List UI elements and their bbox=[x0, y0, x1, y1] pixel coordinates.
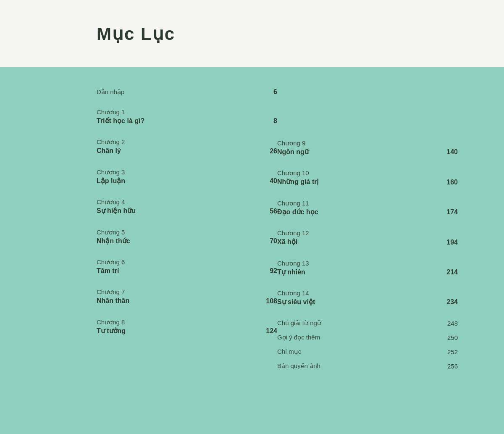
chapter-page: 26 bbox=[260, 147, 277, 156]
chapter-title: Triết học là gì? bbox=[97, 116, 252, 126]
chapter-title: Đạo đức học bbox=[277, 208, 433, 217]
appendix-page: 252 bbox=[441, 348, 458, 355]
intro-label: Dẫn nhập bbox=[97, 88, 252, 96]
chapter-label: Chương 1 bbox=[97, 108, 252, 116]
chapter-page: 108 bbox=[260, 297, 277, 306]
appendix-page: 250 bbox=[441, 334, 458, 341]
page-title: Mục Lục bbox=[97, 24, 175, 44]
right-chapters: Chương 9 Ngôn ngữ 140 Chương 10 Những gi… bbox=[277, 139, 458, 307]
list-item: Chương 8 Tư tưởng 124 bbox=[97, 318, 277, 336]
list-item: Chú giải từ ngữ 248 bbox=[277, 319, 458, 327]
list-item: Bản quyền ảnh 256 bbox=[277, 362, 458, 370]
appendix-page: 256 bbox=[441, 363, 458, 370]
chapter-page: 194 bbox=[441, 239, 458, 247]
chapter-label: Chương 2 bbox=[97, 137, 252, 146]
list-item: Chương 14 Sự siêu việt 234 bbox=[277, 289, 458, 307]
chapter-title: Nhận thức bbox=[97, 237, 252, 246]
chapter-title: Sự hiện hữu bbox=[97, 206, 252, 216]
chapter-label: Chương 13 bbox=[277, 259, 433, 268]
appendix-label: Chỉ mục bbox=[277, 348, 433, 355]
list-item: Chương 11 Đạo đức học 174 bbox=[277, 199, 458, 217]
chapter-page: 214 bbox=[441, 268, 458, 277]
chapter-title: Chân lý bbox=[97, 146, 252, 155]
chapter-label: Chương 11 bbox=[277, 199, 433, 208]
chapter-page: 234 bbox=[441, 298, 458, 307]
chapter-label: Chương 3 bbox=[97, 168, 252, 176]
chapter-title: Tự nhiên bbox=[277, 268, 433, 277]
chapter-label: Chương 8 bbox=[97, 318, 252, 326]
chapter-page: 8 bbox=[260, 117, 277, 126]
chapter-title: Tâm trí bbox=[97, 266, 252, 276]
list-item: Chương 12 Xã hội 194 bbox=[277, 229, 458, 247]
chapter-label: Chương 4 bbox=[97, 197, 252, 206]
list-item: Chương 3 Lập luận 40 bbox=[97, 168, 277, 186]
chapter-page: 124 bbox=[260, 327, 277, 336]
chapter-title: Lập luận bbox=[97, 176, 252, 186]
list-item: Chương 6 Tâm trí 92 bbox=[97, 258, 277, 276]
chapter-label: Chương 14 bbox=[277, 289, 433, 297]
chapter-label: Chương 5 bbox=[97, 228, 252, 237]
list-item: Chương 10 Những giá trị 160 bbox=[277, 168, 458, 187]
appendix-page: 248 bbox=[441, 320, 458, 327]
appendix-section: Chú giải từ ngữ 248 Gợi ý đọc thêm 250 C… bbox=[277, 319, 458, 370]
chapter-label: Chương 10 bbox=[277, 168, 433, 177]
chapter-label: Chương 6 bbox=[97, 258, 252, 266]
list-item: Gợi ý đọc thêm 250 bbox=[277, 334, 458, 341]
chapter-title: Xã hội bbox=[277, 237, 433, 247]
appendix-label: Chú giải từ ngữ bbox=[277, 319, 433, 327]
list-item: Chỉ mục 252 bbox=[277, 348, 458, 355]
column-left: Dẫn nhập 6 Chương 1 Triết học là gì? 8 C… bbox=[97, 88, 277, 376]
chapter-title: Tư tưởng bbox=[97, 326, 252, 336]
intro-page: 6 bbox=[260, 88, 277, 96]
list-item: Chương 1 Triết học là gì? 8 bbox=[97, 108, 277, 126]
chapter-title: Ngôn ngữ bbox=[277, 147, 433, 157]
main-content: Dẫn nhập 6 Chương 1 Triết học là gì? 8 C… bbox=[0, 67, 504, 376]
appendix-label: Bản quyền ảnh bbox=[277, 362, 433, 370]
list-item: Chương 13 Tự nhiên 214 bbox=[277, 259, 458, 277]
chapter-page: 174 bbox=[441, 208, 458, 217]
chapter-page: 70 bbox=[260, 237, 277, 246]
chapter-title: Những giá trị bbox=[277, 177, 433, 187]
appendix-label: Gợi ý đọc thêm bbox=[277, 334, 433, 341]
list-item: Chương 2 Chân lý 26 bbox=[97, 137, 277, 155]
list-item: Chương 9 Ngôn ngữ 140 bbox=[277, 139, 458, 157]
header-bar: Mục Lục bbox=[0, 0, 504, 67]
chapter-page: 56 bbox=[260, 208, 277, 216]
chapter-page: 160 bbox=[441, 179, 458, 187]
left-chapters: Chương 1 Triết học là gì? 8 Chương 2 Châ… bbox=[97, 108, 277, 336]
chapter-label: Chương 12 bbox=[277, 229, 433, 237]
list-item: Chương 5 Nhận thức 70 bbox=[97, 228, 277, 246]
chapter-page: 140 bbox=[441, 148, 458, 157]
chapter-title: Nhân thân bbox=[97, 296, 252, 305]
intro-entry: Dẫn nhập 6 bbox=[97, 88, 277, 96]
column-right: Chương 9 Ngôn ngữ 140 Chương 10 Những gi… bbox=[277, 88, 458, 376]
list-item: Chương 4 Sự hiện hữu 56 bbox=[97, 197, 277, 216]
chapter-label: Chương 7 bbox=[97, 287, 252, 296]
chapter-page: 40 bbox=[260, 177, 277, 186]
chapter-page: 92 bbox=[260, 267, 277, 276]
chapter-title: Sự siêu việt bbox=[277, 297, 433, 307]
list-item: Chương 7 Nhân thân 108 bbox=[97, 287, 277, 305]
chapter-label: Chương 9 bbox=[277, 139, 433, 147]
